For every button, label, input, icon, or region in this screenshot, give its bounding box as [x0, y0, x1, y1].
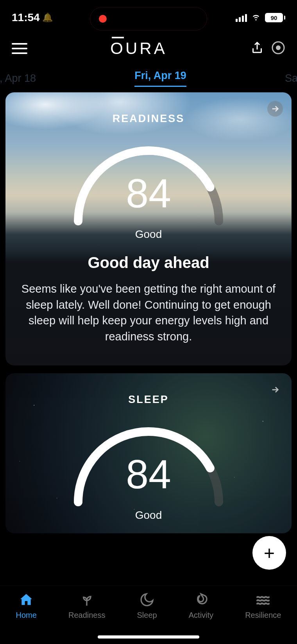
home-icon: [18, 592, 34, 608]
cards-container: READINESS 84 Good Good day ahead Seems l…: [0, 92, 297, 533]
recording-indicator-icon: [99, 15, 107, 23]
date-selector[interactable]: u, Apr 18 Fri, Apr 19 Sat, Ap: [0, 66, 297, 92]
nav-resilience[interactable]: Resilience: [245, 592, 281, 620]
clock-time: 11:54: [12, 11, 40, 24]
battery-level: 90: [265, 13, 283, 22]
cellular-signal-icon: [236, 13, 247, 22]
chevron-right-icon[interactable]: [267, 101, 283, 117]
nav-resilience-label: Resilience: [245, 611, 281, 620]
sprout-icon: [79, 592, 95, 608]
sleep-label: SLEEP: [5, 373, 292, 406]
nav-activity[interactable]: Activity: [189, 592, 213, 620]
dynamic-island[interactable]: [90, 7, 207, 31]
date-active[interactable]: Fri, Apr 19: [134, 70, 186, 87]
nav-readiness[interactable]: Readiness: [68, 592, 106, 620]
brand-logo: OURA: [110, 39, 167, 58]
flame-icon: [193, 592, 209, 608]
status-right: 90: [236, 11, 285, 24]
status-left: 11:54 🔔: [12, 11, 53, 24]
notification-icon: 🔔: [42, 13, 53, 23]
nav-sleep[interactable]: Sleep: [137, 592, 157, 620]
nav-sleep-label: Sleep: [137, 611, 157, 620]
nav-home[interactable]: Home: [16, 592, 37, 620]
menu-button[interactable]: [12, 43, 27, 54]
nav-readiness-label: Readiness: [68, 611, 106, 620]
date-next[interactable]: Sat, Ap: [285, 72, 297, 85]
readiness-body: Seems like you've been getting the right…: [5, 281, 292, 365]
header-actions: [250, 41, 285, 56]
readiness-score: 84: [63, 170, 234, 217]
sleep-gauge: 84: [63, 416, 234, 510]
date-prev[interactable]: u, Apr 18: [0, 72, 36, 85]
readiness-score-word: Good: [5, 228, 292, 241]
svg-point-1: [276, 46, 280, 50]
status-bar: 11:54 🔔 90: [0, 0, 297, 31]
nav-home-label: Home: [16, 611, 37, 620]
readiness-headline: Good day ahead: [5, 254, 292, 272]
sleep-score-word: Good: [5, 509, 292, 522]
nav-activity-label: Activity: [189, 611, 213, 620]
readiness-card[interactable]: READINESS 84 Good Good day ahead Seems l…: [5, 92, 292, 365]
readiness-gauge: 84: [63, 135, 234, 229]
app-header: OURA: [0, 31, 297, 66]
sleep-card[interactable]: SLEEP 84 Good: [5, 373, 292, 533]
moon-icon: [139, 592, 155, 608]
sleep-score: 84: [63, 451, 234, 498]
waves-icon: [255, 592, 271, 608]
home-indicator[interactable]: [98, 635, 199, 639]
add-button[interactable]: +: [252, 536, 286, 570]
share-icon[interactable]: [250, 41, 264, 56]
wifi-icon: [251, 11, 261, 24]
ring-status-icon[interactable]: [271, 41, 285, 56]
battery-indicator: 90: [265, 13, 285, 22]
readiness-label: READINESS: [5, 92, 292, 125]
